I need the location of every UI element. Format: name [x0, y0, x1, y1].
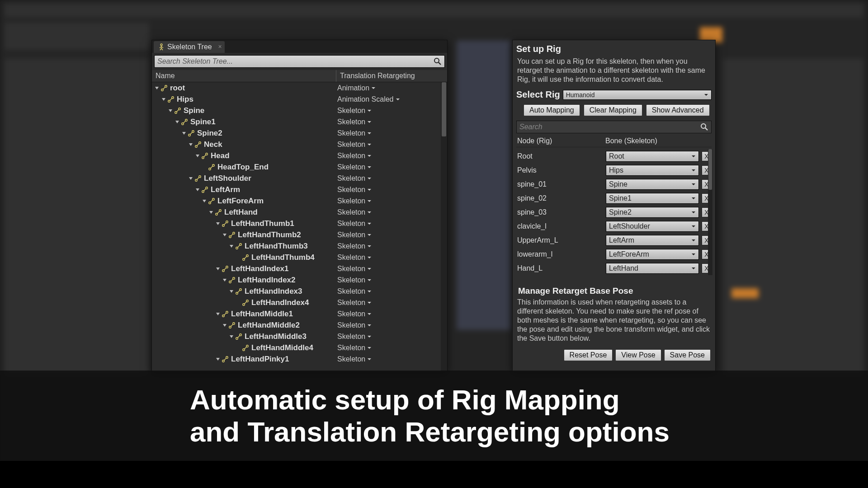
- disclosure-icon[interactable]: [202, 199, 207, 203]
- bone-label: LeftHandMiddle1: [231, 310, 293, 319]
- bone-row[interactable]: LeftHandIndex1Skeleton: [152, 263, 447, 274]
- bone-row[interactable]: LeftHandMiddle3Skeleton: [152, 331, 447, 342]
- retarget-dropdown[interactable]: Skeleton: [336, 344, 447, 352]
- bone-dropdown[interactable]: LeftArm: [606, 235, 699, 246]
- disclosure-icon[interactable]: [209, 210, 213, 215]
- disclosure-icon[interactable]: [195, 154, 200, 158]
- disclosure-icon[interactable]: [155, 86, 159, 90]
- disclosure-icon[interactable]: [216, 357, 220, 361]
- close-icon[interactable]: ×: [218, 43, 222, 50]
- retarget-dropdown[interactable]: Skeleton: [336, 107, 447, 115]
- disclosure-icon[interactable]: [216, 221, 220, 226]
- bone-row[interactable]: LeftHandIndex4Skeleton: [152, 297, 447, 308]
- retarget-dropdown[interactable]: Skeleton: [336, 141, 447, 149]
- retarget-dropdown[interactable]: Skeleton: [336, 163, 447, 171]
- bone-row[interactable]: LeftHandMiddle4Skeleton: [152, 342, 447, 353]
- reset-pose-button[interactable]: Reset Pose: [564, 349, 613, 361]
- bone-row[interactable]: Spine2Skeleton: [152, 127, 447, 139]
- bone-dropdown[interactable]: Spine2: [606, 207, 699, 218]
- disclosure-icon[interactable]: [195, 188, 200, 192]
- tree-scrollbar[interactable]: [441, 82, 447, 371]
- disclosure-icon[interactable]: [229, 334, 234, 339]
- bone-row[interactable]: LeftHandThumb4Skeleton: [152, 252, 447, 263]
- disclosure-icon[interactable]: [222, 323, 227, 328]
- retarget-dropdown[interactable]: Skeleton: [336, 208, 447, 216]
- bone-dropdown[interactable]: Spine: [606, 179, 699, 190]
- disclosure-icon[interactable]: [189, 142, 193, 147]
- retarget-dropdown[interactable]: Skeleton: [336, 321, 447, 329]
- bone-dropdown[interactable]: LeftForeArm: [606, 249, 699, 260]
- retarget-dropdown[interactable]: Skeleton: [336, 242, 447, 250]
- bone-row[interactable]: rootAnimation: [152, 82, 447, 94]
- bone-row[interactable]: LeftHandSkeleton: [152, 206, 447, 218]
- skeleton-search-input[interactable]: [157, 57, 434, 66]
- disclosure-icon[interactable]: [222, 233, 227, 237]
- bone-row[interactable]: LeftHandMiddle1Skeleton: [152, 308, 447, 319]
- retarget-dropdown[interactable]: Skeleton: [336, 299, 447, 307]
- retarget-dropdown[interactable]: Animation: [336, 84, 447, 92]
- retarget-dropdown[interactable]: Skeleton: [336, 333, 447, 341]
- retarget-dropdown[interactable]: Skeleton: [336, 253, 447, 262]
- retarget-dropdown[interactable]: Skeleton: [336, 287, 447, 296]
- retarget-dropdown[interactable]: Skeleton: [336, 220, 447, 228]
- bone-row[interactable]: LeftForeArmSkeleton: [152, 195, 447, 206]
- bone-row[interactable]: Spine1Skeleton: [152, 116, 447, 127]
- bone-row[interactable]: LeftHandMiddle2Skeleton: [152, 319, 447, 331]
- retarget-dropdown[interactable]: Skeleton: [336, 265, 447, 273]
- retarget-dropdown[interactable]: Skeleton: [336, 129, 447, 137]
- retarget-dropdown[interactable]: Skeleton: [336, 186, 447, 194]
- disclosure-icon[interactable]: [229, 244, 234, 249]
- save-pose-button[interactable]: Save Pose: [664, 349, 711, 361]
- bone-row[interactable]: LeftHandPinky1Skeleton: [152, 353, 447, 365]
- bone-dropdown[interactable]: Spine1: [606, 193, 699, 204]
- bone-row[interactable]: SpineSkeleton: [152, 105, 447, 116]
- retarget-dropdown[interactable]: Skeleton: [336, 152, 447, 160]
- bone-tree[interactable]: rootAnimationHipsAnimation ScaledSpineSk…: [152, 82, 447, 371]
- retarget-value: Skeleton: [337, 276, 365, 284]
- disclosure-icon[interactable]: [222, 278, 227, 282]
- bone-row[interactable]: LeftHandThumb1Skeleton: [152, 218, 447, 229]
- chevron-down-icon: [396, 97, 400, 102]
- retarget-dropdown[interactable]: Skeleton: [336, 355, 447, 363]
- bone-dropdown[interactable]: Root: [606, 151, 699, 162]
- bone-row[interactable]: LeftHandIndex2Skeleton: [152, 274, 447, 286]
- bone-dropdown[interactable]: LeftHand: [606, 263, 699, 274]
- retarget-dropdown[interactable]: Skeleton: [336, 231, 447, 239]
- chevron-down-icon: [367, 357, 372, 361]
- bone-row[interactable]: NeckSkeleton: [152, 139, 447, 150]
- bone-row[interactable]: LeftArmSkeleton: [152, 184, 447, 195]
- skeleton-search-box[interactable]: [154, 55, 445, 68]
- retarget-dropdown[interactable]: Skeleton: [336, 310, 447, 318]
- select-rig-dropdown[interactable]: Humanoid: [563, 90, 712, 100]
- retarget-dropdown[interactable]: Skeleton: [336, 174, 447, 183]
- retarget-dropdown[interactable]: Skeleton: [336, 118, 447, 126]
- view-pose-button[interactable]: View Pose: [615, 349, 661, 361]
- bone-row[interactable]: HeadTop_EndSkeleton: [152, 161, 447, 173]
- disclosure-icon[interactable]: [229, 289, 234, 294]
- bone-row[interactable]: LeftShoulderSkeleton: [152, 173, 447, 184]
- disclosure-icon[interactable]: [168, 108, 173, 113]
- bone-row[interactable]: LeftHandThumb3Skeleton: [152, 240, 447, 252]
- bone-row[interactable]: LeftHandIndex3Skeleton: [152, 286, 447, 297]
- bone-row[interactable]: HipsAnimation Scaled: [152, 94, 447, 105]
- rig-search-input[interactable]: [519, 123, 700, 131]
- clear-mapping-button[interactable]: Clear Mapping: [584, 104, 642, 116]
- retarget-dropdown[interactable]: Skeleton: [336, 276, 447, 284]
- show-advanced-button[interactable]: Show Advanced: [646, 104, 710, 116]
- tab-skeleton-tree[interactable]: Skeleton Tree ×: [154, 41, 225, 53]
- retarget-dropdown[interactable]: Skeleton: [336, 197, 447, 205]
- bone-row[interactable]: LeftHandThumb2Skeleton: [152, 229, 447, 240]
- disclosure-icon[interactable]: [216, 312, 220, 316]
- bone-row[interactable]: HeadSkeleton: [152, 150, 447, 161]
- disclosure-icon[interactable]: [216, 267, 220, 271]
- rig-search-box[interactable]: [516, 121, 712, 133]
- mapping-scrollbar[interactable]: [708, 149, 712, 275]
- disclosure-icon[interactable]: [189, 176, 193, 181]
- bone-dropdown[interactable]: Hips: [606, 165, 699, 176]
- auto-mapping-button[interactable]: Auto Mapping: [524, 104, 580, 116]
- disclosure-icon[interactable]: [161, 97, 166, 102]
- disclosure-icon[interactable]: [175, 120, 179, 124]
- retarget-dropdown[interactable]: Animation Scaled: [336, 95, 447, 103]
- disclosure-icon[interactable]: [182, 131, 186, 136]
- bone-dropdown[interactable]: LeftShoulder: [606, 221, 699, 232]
